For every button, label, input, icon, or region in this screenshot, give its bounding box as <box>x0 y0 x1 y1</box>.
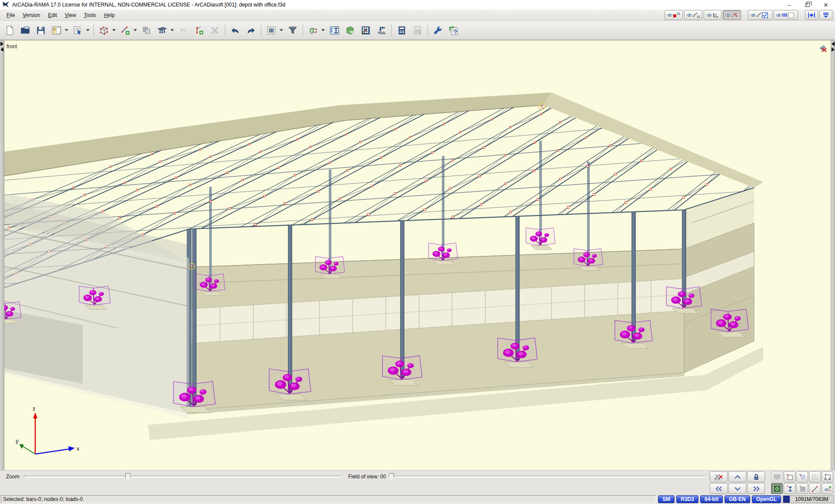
add-node-view-button[interactable] <box>784 471 795 482</box>
view-3d-button[interactable]: 3D <box>342 23 358 38</box>
field-of-view-slider-thumb[interactable] <box>389 473 394 481</box>
chevron-up-icon <box>734 474 741 480</box>
lock-view-button[interactable] <box>747 471 765 482</box>
expand-panel-button[interactable] <box>819 10 832 20</box>
pan-up-button[interactable] <box>728 471 746 482</box>
eye-loads-icon <box>725 11 739 19</box>
help-button[interactable]: ? <box>446 23 461 38</box>
measure-button[interactable] <box>809 483 821 494</box>
pan-left-button[interactable] <box>710 483 728 494</box>
menu-view[interactable]: View <box>61 10 80 20</box>
frame-3d-dropdown[interactable] <box>112 29 116 31</box>
status-badge-r3d3[interactable]: R3D3 <box>676 495 698 503</box>
gear-frame-icon <box>308 26 318 35</box>
show-mesh-filter-button[interactable] <box>774 10 798 20</box>
calculation-settings-dropdown[interactable] <box>321 29 325 31</box>
menu-edit[interactable]: Edit <box>44 10 61 20</box>
apply-loads-button[interactable] <box>374 23 389 38</box>
sections-table-button[interactable] <box>327 23 342 38</box>
menu-tools[interactable]: Tools <box>80 10 100 20</box>
pan-right-button[interactable] <box>747 483 765 494</box>
loads-button[interactable] <box>154 23 170 38</box>
selection-mode-button[interactable] <box>264 23 279 38</box>
calculate-button[interactable] <box>394 23 410 38</box>
copy-button[interactable] <box>139 23 154 38</box>
delete-button[interactable] <box>207 23 223 38</box>
add-support-view-button[interactable] <box>796 471 808 482</box>
menu-version[interactable]: Version <box>19 10 44 20</box>
pencil-line-icon <box>812 485 818 492</box>
viewport-flag-icon[interactable] <box>818 45 828 53</box>
menu-help[interactable]: Help <box>100 10 119 20</box>
calculator-icon <box>397 26 407 35</box>
show-supports-button[interactable] <box>704 10 721 20</box>
cut-view-button[interactable] <box>710 471 728 482</box>
add-dimension-button[interactable] <box>191 23 207 38</box>
zoom-slider[interactable] <box>24 476 341 477</box>
show-bars-filter-button[interactable] <box>748 10 772 20</box>
add-bar-dropdown[interactable] <box>134 29 137 31</box>
loads-dropdown[interactable] <box>170 29 174 31</box>
add-bar-button[interactable] <box>117 23 133 38</box>
results-table-button[interactable] <box>358 23 374 38</box>
report-results-button[interactable] <box>410 23 425 38</box>
splitter-collapse-left-icon <box>0 47 3 52</box>
help-icon: ? <box>448 26 459 35</box>
new-file-button[interactable] <box>2 23 17 38</box>
save-button[interactable] <box>33 23 49 38</box>
field-of-view-slider[interactable] <box>389 476 706 477</box>
frame-3d-button[interactable] <box>96 23 112 38</box>
status-badge-sm[interactable]: SM <box>658 495 675 503</box>
minimize-button[interactable]: – <box>780 0 798 10</box>
left-splitter[interactable] <box>0 40 4 470</box>
show-node-numbers-button[interactable]: 11 <box>665 10 683 20</box>
render-mode-button[interactable] <box>771 483 783 494</box>
window-title: ArCADia-RAMA 17.0 License for INTERNAL, … <box>12 2 780 8</box>
status-badge-64bit[interactable]: 64-bit <box>700 495 723 503</box>
report-button[interactable] <box>70 23 86 38</box>
zoom-slider-thumb[interactable] <box>125 473 130 481</box>
snap-grid-button[interactable] <box>809 471 821 482</box>
undo-button[interactable] <box>227 23 243 38</box>
open-file-button[interactable] <box>17 23 33 38</box>
show-bar-numbers-button[interactable]: 11 <box>684 10 702 20</box>
display-settings-button[interactable] <box>771 471 783 482</box>
sections-table-icon <box>329 26 340 35</box>
orbit-view-button[interactable] <box>822 483 833 494</box>
copy-icon <box>142 26 151 35</box>
options-button[interactable] <box>430 23 446 38</box>
redo-button[interactable] <box>243 23 259 38</box>
pan-down-button[interactable] <box>728 483 746 494</box>
report-dropdown[interactable] <box>86 29 90 31</box>
filter-button[interactable] <box>285 23 301 38</box>
splitter-collapse-right-icon <box>832 47 835 52</box>
selection-mode-dropdown[interactable] <box>280 29 283 31</box>
cut-button[interactable]: ✂ <box>176 23 191 38</box>
open-folder-icon <box>20 26 30 35</box>
selection-status: Selected: bars-0; nodes-0; loads-0 <box>1 495 656 503</box>
snap-nodes-button[interactable] <box>796 483 808 494</box>
model-viewport: zxy front <box>0 40 835 470</box>
collapse-horizontal-icon <box>808 12 815 18</box>
right-splitter[interactable] <box>831 40 835 470</box>
eye-mesh-checkbox-icon <box>775 11 796 19</box>
collapse-panel-button[interactable] <box>805 10 818 20</box>
status-badge-opengl[interactable]: OpenGL <box>752 495 781 503</box>
new-viewport-button[interactable] <box>822 471 833 482</box>
restore-button[interactable] <box>798 0 817 10</box>
show-loads-button[interactable] <box>723 10 741 20</box>
axis-label-z: z <box>33 405 36 412</box>
redraw-button[interactable] <box>784 483 795 494</box>
main-toolbar: ✂ <box>0 21 835 40</box>
collapse-vertical-icon <box>823 12 829 18</box>
close-button[interactable]: ✕ <box>817 0 835 10</box>
menu-file[interactable]: File <box>3 10 19 20</box>
project-manager-button[interactable] <box>49 23 64 38</box>
save-icon <box>36 26 46 35</box>
zoom-label: Zoom <box>0 474 24 480</box>
project-manager-dropdown[interactable] <box>65 29 68 31</box>
calculation-settings-button[interactable] <box>305 23 321 38</box>
status-badge-lang[interactable]: GB-EN <box>725 495 750 503</box>
model-canvas[interactable]: zxy <box>4 40 831 471</box>
axis-label-x: x <box>77 445 80 452</box>
